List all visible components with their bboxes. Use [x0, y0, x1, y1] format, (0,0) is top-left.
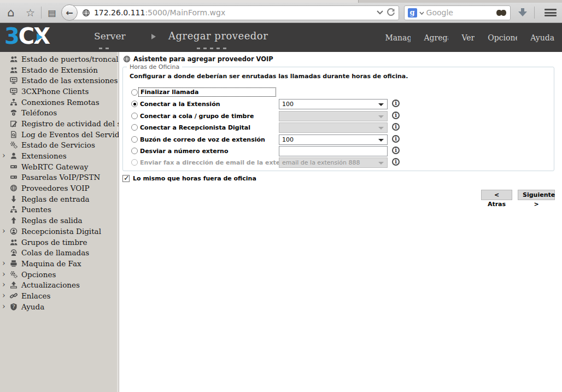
sidebar-item-colas-llamadas[interactable]: Colas de llamadas: [0, 247, 119, 258]
reload-icon[interactable]: [387, 8, 395, 17]
sidebar-item-registro-actividad[interactable]: Registro de actividad del ser: [0, 118, 119, 129]
radio-buzon-voz[interactable]: [131, 136, 138, 143]
radio-finalizar-llamada[interactable]: [131, 89, 138, 96]
search-input[interactable]: Google: [426, 8, 453, 17]
menu-item-manager[interactable]: Manager: [385, 33, 411, 42]
breadcrumb-section[interactable]: Server: [94, 31, 126, 42]
info-icon[interactable]: [392, 147, 400, 154]
menu-item-opciones[interactable]: Opciones: [488, 33, 517, 42]
radio-label[interactable]: Conectar a cola / grupo de timbre: [140, 113, 254, 120]
info-icon[interactable]: [392, 158, 400, 166]
radio-recepcionista[interactable]: [131, 124, 138, 131]
radio-label[interactable]: Desviar a número externo: [140, 148, 229, 155]
extension-select[interactable]: 100: [279, 99, 388, 109]
external-number-input[interactable]: [279, 146, 388, 156]
radio-label[interactable]: Finalizar llamada: [139, 88, 276, 96]
sidebar-item-estado-extensiones-sistema[interactable]: Estado de las extensiones del: [0, 75, 119, 86]
fax-machine-icon: [10, 260, 17, 267]
sidebar-item-estado-servicios[interactable]: Estado de Servicios: [0, 140, 119, 151]
office-hours-fieldset: Horas de Oficina Configurar a donde debe…: [122, 67, 554, 171]
info-icon[interactable]: [392, 112, 400, 119]
sidebar-item-extensiones[interactable]: ›Extensiones: [0, 150, 119, 161]
home-icon[interactable]: ⌂: [4, 6, 17, 19]
sidebar-item-estado-puertos[interactable]: Estado de puertos/troncales: [0, 54, 119, 65]
extension-status-icon: [10, 66, 17, 74]
sidebar-item-webrtc-gateway[interactable]: WebRTC Gateway: [0, 161, 119, 172]
search-binoculars-icon[interactable]: [496, 10, 506, 16]
radio-desviar-externo[interactable]: [131, 148, 138, 154]
sidebar-item-log-eventos[interactable]: Log de Eventos del Servidor: [0, 129, 119, 140]
radio-label[interactable]: Conectar a Recepcionista Digital: [140, 124, 250, 131]
sidebar-item-puentes[interactable]: Puentes: [0, 204, 119, 215]
settings-icon: [10, 271, 17, 278]
info-icon[interactable]: [392, 100, 400, 107]
sidebar-item-conexiones-remotas[interactable]: Conexiones Remotas: [0, 97, 119, 108]
back-button[interactable]: ←: [61, 4, 78, 21]
info-icon[interactable]: [392, 135, 400, 143]
sidebar-item-label: 3CXPhone Clients: [21, 87, 89, 96]
select-arrow-icon: [378, 127, 384, 130]
sidebar-item-3cxphone-clients[interactable]: 3CXPhone Clients: [0, 86, 119, 97]
download-icon[interactable]: [518, 8, 527, 17]
sidebar-item-actualizaciones[interactable]: ›Actualizaciones: [0, 279, 119, 290]
url-bar[interactable]: 172.26.0.111:5000/MainForm.wgx: [69, 5, 399, 20]
next-step-button[interactable]: Siguiente >: [518, 190, 555, 200]
info-icon[interactable]: [392, 123, 400, 131]
select-arrow-icon[interactable]: [378, 103, 384, 106]
phones-icon: [10, 109, 17, 116]
sidebar: Estado de puertos/troncales Estado de Ex…: [0, 52, 119, 392]
sidebar-item-reglas-entrada[interactable]: Reglas de entrada: [0, 194, 119, 204]
sidebar-item-label: Log de Eventos del Servidor: [21, 130, 119, 139]
select-arrow-icon: [378, 115, 384, 118]
expander-chevron-icon[interactable]: ›: [2, 270, 5, 278]
checkbox-label[interactable]: Lo mismo que horas fuera de oficina: [133, 175, 256, 182]
back-step-button[interactable]: < Atras: [481, 190, 512, 200]
url-host: 172.26.0.111: [94, 8, 145, 17]
sidebar-item-opciones[interactable]: ›Opciones: [0, 269, 119, 280]
bookmark-star-icon[interactable]: ☆: [24, 7, 37, 19]
sidebar-item-recepcionista-digital[interactable]: ›Recepcionista Digital: [0, 226, 119, 237]
sidebar-item-reglas-salida[interactable]: Reglas de salida: [0, 215, 119, 226]
sidebar-item-maquina-fax[interactable]: ›Maquina de Fax: [0, 258, 119, 269]
expander-chevron-icon[interactable]: ›: [2, 226, 5, 235]
clipped-text-artifact: [197, 48, 227, 49]
menu-hamburger-icon[interactable]: [545, 9, 557, 16]
sidebar-item-label: Estado de las extensiones del: [21, 76, 119, 85]
outbound-rules-icon: [10, 217, 17, 224]
reading-list-icon[interactable]: ▤: [46, 8, 58, 18]
url-dropdown-icon[interactable]: [377, 10, 383, 15]
expander-chevron-icon[interactable]: ›: [2, 280, 5, 289]
breadcrumb-arrow-icon: [151, 34, 156, 39]
expander-chevron-icon[interactable]: ›: [2, 259, 5, 267]
expander-chevron-icon[interactable]: ›: [2, 302, 5, 311]
site-globe-icon: [82, 9, 90, 17]
sidebar-item-telefonos[interactable]: Teléfonos: [0, 107, 119, 118]
search-engine-icon[interactable]: g: [408, 8, 417, 17]
menu-item-agregar[interactable]: Agregar: [424, 33, 448, 42]
trunks-status-icon: [10, 55, 17, 63]
radio-conectar-extension[interactable]: [131, 101, 138, 107]
search-bar[interactable]: g Google: [404, 5, 511, 20]
sidebar-item-proveedores-voip[interactable]: Proveedores VOIP: [0, 183, 119, 194]
sidebar-item-estado-extension[interactable]: Estado de Extensión: [0, 65, 119, 75]
search-dropdown-icon[interactable]: [419, 11, 424, 15]
radio-label[interactable]: Buzón de correo de voz de extensión: [140, 136, 265, 143]
sidebar-item-label: Maquina de Fax: [21, 259, 81, 268]
radio-cola-grupo[interactable]: [131, 113, 138, 119]
same-hours-checkbox[interactable]: [122, 175, 130, 182]
menu-item-ver[interactable]: Ver: [461, 33, 475, 42]
sidebar-item-enlaces[interactable]: ›Enlaces: [0, 290, 119, 301]
radio-label[interactable]: Conectar a la Extensión: [140, 101, 220, 108]
back-icon[interactable]: ←: [61, 4, 78, 21]
url-text[interactable]: 172.26.0.111:5000/MainForm.wgx: [94, 8, 225, 17]
sidebar-item-ayuda[interactable]: ›Ayuda: [0, 301, 119, 312]
sidebar-item-label: Recepcionista Digital: [21, 227, 101, 236]
sidebar-item-pasarelas[interactable]: Pasarelas VoIP/PSTN: [0, 172, 119, 183]
select-arrow-icon[interactable]: [378, 139, 384, 142]
voicemail-extension-select[interactable]: 100: [279, 134, 388, 145]
expander-chevron-icon[interactable]: ›: [2, 151, 5, 160]
voip-wizard-globe-icon: [123, 55, 131, 63]
menu-item-ayuda[interactable]: Ayuda: [530, 33, 554, 42]
sidebar-item-grupos-timbre[interactable]: Grupos de timbre: [0, 237, 119, 248]
expander-chevron-icon[interactable]: ›: [2, 291, 5, 300]
